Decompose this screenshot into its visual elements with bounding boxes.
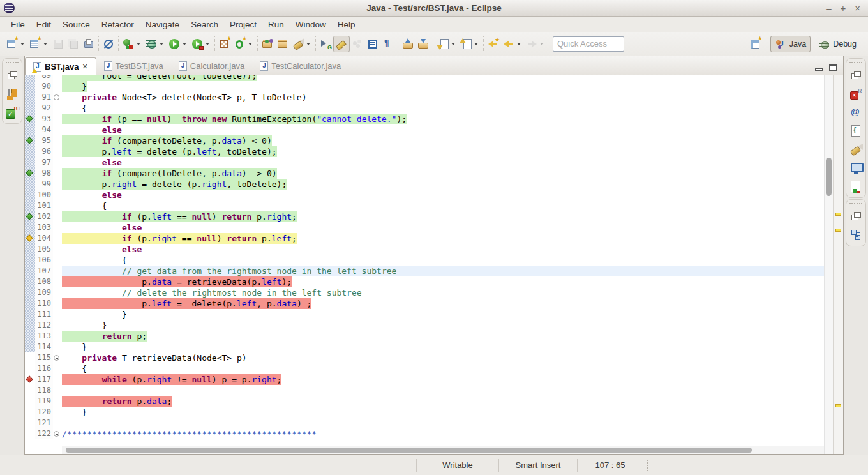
menu-source[interactable]: Source	[57, 19, 96, 31]
annotation-ruler-cell[interactable]	[25, 407, 35, 418]
line-number[interactable]: 107	[35, 266, 53, 276]
annotation-ruler-cell[interactable]	[25, 266, 35, 276]
annotation-ruler-cell[interactable]	[25, 374, 35, 385]
annotation-ruler-cell[interactable]	[25, 92, 35, 103]
coverage-button[interactable]	[121, 36, 144, 52]
line-number[interactable]: 101	[35, 200, 53, 211]
annotation-ruler-cell[interactable]	[25, 363, 35, 374]
javadoc-view-button[interactable]	[849, 105, 863, 119]
code-editor[interactable]: 89 root = delete(root, toDelete));90 }91…	[25, 75, 824, 454]
new-wizard-dropdown[interactable]	[43, 43, 47, 45]
line-number[interactable]: 89	[35, 75, 53, 81]
annotation-ruler-cell[interactable]	[25, 81, 35, 92]
new-java-project-button[interactable]	[217, 36, 232, 52]
line-number[interactable]: 114	[35, 342, 53, 352]
run-external-tools-dropdown[interactable]	[206, 43, 209, 45]
annotation-ruler-cell[interactable]	[25, 146, 35, 157]
line-number[interactable]: 90	[35, 81, 53, 92]
menu-help[interactable]: Help	[332, 19, 361, 31]
annotation-ruler-cell[interactable]	[25, 428, 35, 439]
menu-navigate[interactable]: Navigate	[140, 19, 185, 31]
next-annotation-button[interactable]	[435, 36, 458, 52]
show-whitespace-button[interactable]	[380, 36, 396, 52]
line-number[interactable]: 117	[35, 374, 53, 385]
line-number[interactable]: 102	[35, 211, 53, 222]
outline-view-button[interactable]	[849, 228, 863, 242]
overview-ruler[interactable]	[833, 75, 843, 454]
annotation-ruler-cell[interactable]	[25, 309, 35, 320]
line-number[interactable]: 91	[35, 92, 53, 103]
open-perspective-button[interactable]	[748, 36, 763, 52]
annotation-ruler-cell[interactable]	[25, 342, 35, 352]
warning-overview-marker[interactable]	[835, 404, 841, 407]
horizontal-scrollbar-thumb[interactable]	[66, 448, 752, 453]
toggle-mark-occurrences-button[interactable]	[333, 36, 350, 52]
menu-run[interactable]: Run	[262, 19, 290, 31]
line-number[interactable]: 103	[35, 222, 53, 233]
toggle-breadcrumb-button[interactable]	[318, 36, 333, 52]
extract-down-button[interactable]	[415, 36, 431, 52]
vertical-scrollbar-thumb[interactable]	[826, 158, 832, 196]
restore-view-button[interactable]	[849, 68, 863, 82]
annotation-ruler-cell[interactable]	[25, 124, 35, 135]
menu-search[interactable]: Search	[185, 19, 224, 31]
debug-dropdown[interactable]	[160, 43, 163, 45]
tab-calculator-java[interactable]: Calculator.java	[171, 57, 252, 75]
search-view-button[interactable]	[849, 142, 863, 156]
new-wizard-button[interactable]	[27, 36, 50, 52]
menu-edit[interactable]: Edit	[31, 19, 57, 31]
line-number[interactable]: 99	[35, 179, 53, 190]
minimize-editor-button[interactable]	[815, 68, 823, 71]
previous-annotation-button[interactable]	[458, 36, 481, 52]
annotation-ruler-cell[interactable]	[25, 396, 35, 407]
line-number[interactable]: 122	[35, 428, 53, 439]
annotation-ruler-cell[interactable]	[25, 255, 35, 266]
line-number[interactable]: 120	[35, 407, 53, 418]
maximize-editor-button[interactable]	[829, 64, 837, 71]
line-number[interactable]: 108	[35, 276, 53, 287]
rail-grip[interactable]	[849, 62, 862, 63]
perspective-debug[interactable]: Debug	[814, 36, 860, 52]
maximize-button[interactable]: +	[840, 3, 846, 13]
annotation-ruler-cell[interactable]	[25, 244, 35, 255]
run-dropdown[interactable]	[183, 43, 186, 45]
line-number[interactable]: 98	[35, 168, 53, 179]
annotation-ruler-cell[interactable]	[25, 233, 35, 244]
line-number[interactable]: 100	[35, 190, 53, 200]
line-number[interactable]: 96	[35, 146, 53, 157]
line-number[interactable]: 106	[35, 255, 53, 266]
print-button[interactable]	[81, 36, 96, 52]
package-explorer-view-button[interactable]	[5, 87, 19, 101]
fold-collapse-toggle[interactable]	[54, 94, 59, 100]
fold-collapse-toggle[interactable]	[54, 355, 59, 361]
show-source-of-selected-element-button[interactable]	[365, 36, 380, 52]
tab-testcalculator-java[interactable]: TestCalculator.java	[252, 57, 348, 75]
back-dropdown[interactable]	[517, 43, 521, 45]
line-number[interactable]: 104	[35, 233, 53, 244]
run-external-tools-button[interactable]	[190, 36, 213, 52]
warning-overview-marker[interactable]	[835, 229, 841, 232]
menu-window[interactable]: Window	[290, 19, 332, 31]
restore-view-button[interactable]	[5, 68, 19, 82]
previous-annotation-dropdown[interactable]	[474, 43, 478, 45]
menu-project[interactable]: Project	[224, 19, 262, 31]
skip-all-breakpoints-button[interactable]	[101, 36, 116, 52]
annotation-ruler-cell[interactable]	[25, 287, 35, 298]
tab-testbst-java[interactable]: TestBST.java	[96, 57, 171, 75]
last-edit-location-button[interactable]: ★	[486, 36, 501, 52]
annotation-ruler-cell[interactable]	[25, 179, 35, 190]
new-button[interactable]	[4, 36, 27, 52]
line-number[interactable]: 115	[35, 352, 53, 363]
extract-up-button[interactable]	[400, 36, 415, 52]
restore-view-button[interactable]	[849, 209, 863, 223]
rail-grip[interactable]	[849, 203, 862, 204]
problems-view-button[interactable]	[849, 87, 863, 101]
line-number[interactable]: 111	[35, 309, 53, 320]
menu-refactor[interactable]: Refactor	[96, 19, 140, 31]
line-number[interactable]: 93	[35, 114, 53, 124]
console-view-button[interactable]	[849, 161, 863, 175]
fold-collapse-toggle[interactable]	[54, 431, 59, 437]
annotation-ruler-cell[interactable]	[25, 157, 35, 168]
line-number[interactable]: 113	[35, 331, 53, 342]
annotation-ruler-cell[interactable]	[25, 211, 35, 222]
